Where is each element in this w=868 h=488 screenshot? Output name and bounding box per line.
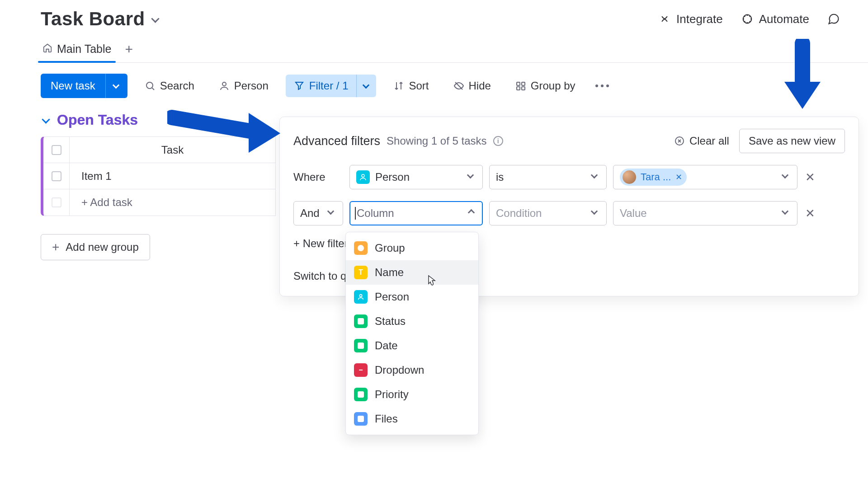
chevron-down-icon: [41, 115, 51, 125]
svg-point-9: [359, 295, 362, 297]
option-label: Priority: [375, 388, 409, 401]
add-task-label: + Add task: [70, 196, 275, 209]
option-label: Person: [375, 291, 409, 303]
remove-filter-row-button[interactable]: ✕: [804, 171, 816, 183]
filter-button[interactable]: Filter / 1: [286, 75, 377, 97]
chevron-down-icon: [781, 171, 791, 181]
comment-icon[interactable]: [827, 13, 840, 25]
sort-icon: [393, 80, 404, 91]
filter-row: Where Person is Tara ... ✕ ✕: [293, 165, 845, 189]
add-group-label: Add new group: [66, 241, 138, 253]
task-table: Task Item 1 + Add task: [41, 136, 276, 216]
filter-condition-select[interactable]: is: [489, 165, 607, 189]
select-all-checkbox[interactable]: [43, 137, 70, 163]
sort-button[interactable]: Sort: [386, 75, 436, 97]
hide-button[interactable]: Hide: [446, 75, 498, 97]
avatar: [623, 170, 636, 184]
group-column-icon: [354, 241, 368, 255]
option-label: Name: [375, 266, 404, 279]
row-checkbox[interactable]: [43, 163, 70, 189]
filter-column-select[interactable]: Person: [349, 165, 483, 189]
column-dropdown-menu: Group T Name Person Status Date − Dropdo…: [345, 232, 479, 435]
chevron-down-icon: [112, 81, 122, 91]
status-column-icon: [354, 314, 368, 328]
dropdown-column-icon: −: [354, 363, 368, 377]
column-header-task[interactable]: Task: [70, 144, 275, 156]
chevron-down-icon: [781, 207, 791, 217]
chevron-down-icon: [590, 207, 600, 217]
add-tab-button[interactable]: +: [125, 42, 133, 62]
dropdown-option-priority[interactable]: Priority: [346, 382, 478, 407]
dropdown-option-dropdown[interactable]: − Dropdown: [346, 358, 478, 382]
dropdown-option-status[interactable]: Status: [346, 309, 478, 333]
new-task-dropdown-toggle[interactable]: [106, 81, 127, 91]
more-options-button[interactable]: [593, 76, 612, 95]
filter-dropdown-toggle[interactable]: [356, 75, 376, 97]
name-column-icon: T: [354, 266, 368, 279]
save-view-label: Save as new view: [749, 135, 835, 147]
value-chip[interactable]: Tara ... ✕: [620, 169, 687, 186]
board-title: Task Board: [41, 8, 145, 30]
info-icon[interactable]: i: [493, 136, 503, 146]
sort-label: Sort: [409, 80, 429, 92]
chevron-down-icon: [590, 171, 600, 181]
hide-icon: [453, 80, 464, 91]
task-name-cell[interactable]: Item 1: [70, 170, 275, 183]
home-icon: [42, 42, 52, 56]
tab-main-table[interactable]: Main Table: [42, 42, 111, 62]
chevron-down-icon: [326, 207, 336, 217]
search-label: Search: [160, 80, 194, 92]
save-as-new-view-button[interactable]: Save as new view: [739, 129, 845, 153]
filter-label: Filter / 1: [309, 80, 349, 92]
dropdown-option-person[interactable]: Person: [346, 285, 478, 309]
person-filter-button[interactable]: Person: [212, 75, 276, 97]
filter-condition-select[interactable]: Condition: [489, 201, 607, 225]
filter-operator-select[interactable]: And: [293, 201, 343, 225]
plus-icon: +: [52, 241, 59, 253]
dropdown-option-group[interactable]: Group: [346, 236, 478, 260]
dropdown-option-files[interactable]: Files: [346, 407, 478, 431]
filter-column-select[interactable]: Column: [349, 201, 483, 225]
add-group-button[interactable]: + Add new group: [41, 234, 150, 260]
option-label: Dropdown: [375, 364, 424, 376]
option-label: Date: [375, 339, 398, 352]
person-column-icon: [356, 170, 370, 184]
filter-value-select[interactable]: Value: [613, 201, 797, 225]
svg-rect-4: [522, 82, 525, 85]
chip-remove-icon[interactable]: ✕: [675, 172, 682, 182]
dropdown-option-name[interactable]: T Name: [346, 260, 478, 285]
add-task-row[interactable]: + Add task: [43, 189, 275, 216]
remove-filter-row-button[interactable]: ✕: [804, 207, 816, 220]
svg-point-1: [146, 82, 153, 89]
option-label: Status: [375, 315, 406, 328]
chevron-up-icon: [466, 207, 476, 217]
integrate-button[interactable]: Integrate: [658, 12, 723, 26]
files-column-icon: [354, 412, 368, 426]
svg-point-8: [362, 174, 364, 177]
advanced-filters-panel: Advanced filters Showing 1 of 5 tasks i …: [279, 117, 859, 296]
search-button[interactable]: Search: [137, 75, 202, 97]
filter-condition-placeholder: Condition: [496, 207, 542, 220]
svg-rect-6: [522, 87, 525, 90]
priority-column-icon: [354, 388, 368, 401]
integrate-icon: [658, 13, 671, 25]
option-label: Files: [375, 413, 398, 425]
svg-point-2: [222, 82, 226, 86]
clear-all-button[interactable]: Clear all: [674, 135, 729, 147]
filters-subtitle: Showing 1 of 5 tasks: [387, 135, 486, 147]
filter-condition-value: is: [496, 171, 504, 183]
board-title-dropdown[interactable]: Task Board: [41, 8, 160, 30]
automate-label: Automate: [759, 12, 809, 26]
group-by-button[interactable]: Group by: [508, 75, 583, 97]
group-by-icon: [515, 80, 526, 91]
filter-value-select[interactable]: Tara ... ✕: [613, 165, 797, 189]
automate-button[interactable]: Automate: [741, 12, 809, 26]
where-label: Where: [293, 171, 343, 183]
chevron-down-icon: [362, 81, 372, 91]
new-task-button[interactable]: New task: [41, 74, 127, 98]
table-row[interactable]: Item 1: [43, 163, 275, 189]
operator-value: And: [300, 207, 320, 220]
row-checkbox: [43, 189, 70, 216]
filters-title: Advanced filters: [293, 134, 380, 148]
dropdown-option-date[interactable]: Date: [346, 333, 478, 358]
